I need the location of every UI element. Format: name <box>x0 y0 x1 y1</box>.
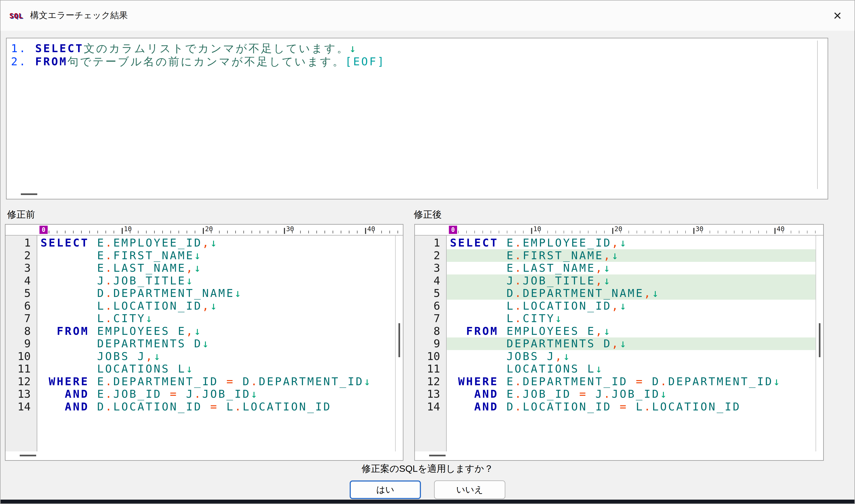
code-line: AND D.LOCATION_ID = L.LOCATION_ID <box>37 400 395 413</box>
line-number: 7 <box>415 312 446 325</box>
code-line: J.JOB_TITLE↓ <box>37 274 395 287</box>
ruler-label: 30 <box>696 225 703 233</box>
code-line: SELECT E.EMPLOYEE_ID,↓ <box>37 237 395 249</box>
code-line: SELECT E.EMPLOYEE_ID,↓ <box>447 237 816 249</box>
ruler-major-tick <box>203 228 204 234</box>
code-line: FROM EMPLOYEES E,↓ <box>37 325 395 338</box>
line-number: 5 <box>415 287 446 300</box>
line-number: 11 <box>415 363 446 375</box>
code-line: AND E.JOB_ID = J.JOB_ID↓ <box>447 388 816 400</box>
line-number: 14 <box>5 400 37 413</box>
ruler-major-tick <box>284 228 285 234</box>
horizontal-scrollbar-thumb[interactable] <box>20 455 36 456</box>
line-number: 12 <box>5 375 37 388</box>
line-number: 1 <box>415 237 446 249</box>
line-number: 14 <box>415 400 446 413</box>
ruler-label: 40 <box>777 225 785 233</box>
line-number: 4 <box>5 274 37 287</box>
code-line: WHERE E.DEPARTMENT_ID = D.DEPARTMENT_ID↓ <box>447 375 816 388</box>
ruler-ticks <box>450 231 822 234</box>
line-number: 4 <box>415 274 446 287</box>
line-number: 11 <box>5 363 37 375</box>
code-line: E.FIRST_NAME,↓ <box>447 249 816 262</box>
ruler-label: 40 <box>367 225 375 233</box>
vertical-scrollbar[interactable] <box>816 236 823 451</box>
line-number: 10 <box>415 350 446 363</box>
code-line: JOBS J,↓ <box>37 350 395 363</box>
line-number: 8 <box>5 325 37 338</box>
column-ruler: 0 10203040 <box>5 224 403 236</box>
horizontal-scrollbar-thumb[interactable] <box>21 194 37 195</box>
bottom-edge <box>1 500 855 504</box>
yes-button[interactable]: はい <box>350 481 421 499</box>
ruler-major-tick <box>693 228 695 234</box>
line-number: 13 <box>415 388 446 400</box>
code-line: L.LOCATION_ID,↓ <box>447 300 816 312</box>
error-line: 2. FROM句でテーブル名の前にカンマが不足しています。[EOF] <box>11 55 811 68</box>
code-area[interactable]: SELECT E.EMPLOYEE_ID,↓ E.FIRST_NAME↓ E.L… <box>37 236 395 451</box>
error-horizontal-scrollbar[interactable] <box>6 190 827 199</box>
line-number: 3 <box>5 262 37 274</box>
line-number: 7 <box>5 312 37 325</box>
ruler-label: 10 <box>533 225 541 233</box>
ruler-major-tick <box>774 228 776 234</box>
error-message-panel: 1. SELECT文のカラムリストでカンマが不足しています。↓2. FROM句で… <box>6 38 828 200</box>
error-line: 1. SELECT文のカラムリストでカンマが不足しています。↓ <box>11 42 811 55</box>
ruler-label: 10 <box>124 225 132 233</box>
ruler-major-tick <box>122 228 123 234</box>
ruler-label: 20 <box>205 225 213 233</box>
horizontal-scrollbar[interactable] <box>415 451 823 460</box>
line-number: 3 <box>415 262 446 274</box>
code-line: JOBS J,↓ <box>447 350 816 363</box>
line-number: 6 <box>415 300 446 312</box>
after-label: 修正後 <box>414 208 442 221</box>
ruler-major-tick <box>612 228 613 234</box>
no-button[interactable]: いいえ <box>434 481 505 499</box>
code-line: FROM EMPLOYEES E,↓ <box>447 325 816 338</box>
line-number-gutter: 1234567891011121314 <box>415 236 447 451</box>
code-body: 1234567891011121314 SELECT E.EMPLOYEE_ID… <box>5 236 403 451</box>
close-button[interactable]: × <box>826 4 849 27</box>
line-number: 9 <box>415 338 446 350</box>
vertical-scrollbar[interactable] <box>395 236 403 451</box>
code-line: WHERE E.DEPARTMENT_ID = D.DEPARTMENT_ID↓ <box>37 375 395 388</box>
line-number: 5 <box>5 287 37 300</box>
syntax-check-dialog: SQL 構文エラーチェック結果 × 1. SELECT文のカラムリストでカンマが… <box>0 0 855 504</box>
ruler-major-tick <box>531 228 532 234</box>
before-code-panel: 0 10203040 1234567891011121314 SELECT E.… <box>5 224 404 461</box>
code-line: E.LAST_NAME,↓ <box>37 262 395 274</box>
line-number: 2 <box>5 249 37 262</box>
code-line: LOCATIONS L↓ <box>37 363 395 375</box>
code-line: DEPARTMENTS D↓ <box>37 338 395 350</box>
before-label: 修正前 <box>7 208 35 221</box>
line-number: 1 <box>5 237 37 249</box>
code-area[interactable]: SELECT E.EMPLOYEE_ID,↓ E.FIRST_NAME,↓ E.… <box>447 236 816 451</box>
line-number: 13 <box>5 388 37 400</box>
after-code-panel: 0 10203040 1234567891011121314 SELECT E.… <box>414 224 824 461</box>
ruler-label: 20 <box>614 225 622 233</box>
caret-column-indicator: 0 <box>39 226 48 234</box>
code-line: DEPARTMENTS D,↓ <box>447 338 816 350</box>
ruler-major-tick <box>365 228 366 234</box>
line-number: 6 <box>5 300 37 312</box>
code-line: D.DEPARTMENT_NAME,↓ <box>447 287 816 300</box>
error-list: 1. SELECT文のカラムリストでカンマが不足しています。↓2. FROM句で… <box>11 42 811 188</box>
line-number: 12 <box>415 375 446 388</box>
button-row: はい いいえ <box>1 481 855 499</box>
error-vertical-scrollbar[interactable] <box>817 40 818 189</box>
horizontal-scrollbar[interactable] <box>5 451 403 460</box>
code-line: J.JOB_TITLE,↓ <box>447 274 816 287</box>
title-bar[interactable]: SQL 構文エラーチェック結果 × <box>1 1 855 31</box>
code-line: AND E.JOB_ID = J.JOB_ID↓ <box>37 388 395 400</box>
line-number: 8 <box>415 325 446 338</box>
code-line: D.DEPARTMENT_NAME↓ <box>37 287 395 300</box>
column-ruler: 0 10203040 <box>415 224 823 236</box>
code-line: L.CITY↓ <box>447 312 816 325</box>
vertical-scrollbar-thumb[interactable] <box>819 323 821 357</box>
vertical-scrollbar-thumb[interactable] <box>398 323 400 357</box>
code-line: E.FIRST_NAME↓ <box>37 249 395 262</box>
code-line: LOCATIONS L↓ <box>447 363 816 375</box>
line-number: 2 <box>415 249 446 262</box>
sql-app-icon: SQL <box>10 12 23 20</box>
horizontal-scrollbar-thumb[interactable] <box>429 455 446 456</box>
